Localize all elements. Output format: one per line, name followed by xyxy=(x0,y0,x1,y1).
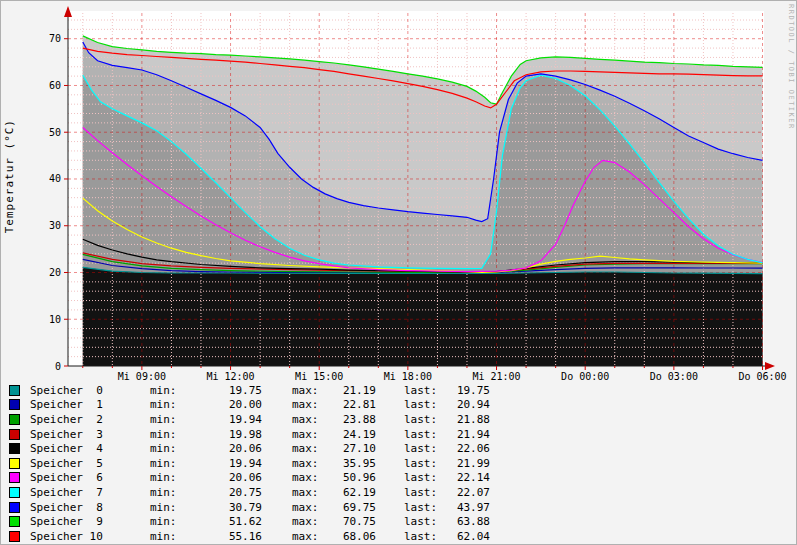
legend-row: Speicher 0min:19.75max:21.19last:19.75 xyxy=(7,383,567,398)
legend-row: Speicher 8min:30.79max:69.75last:43.97 xyxy=(7,500,567,515)
legend-min-value: 55.16 xyxy=(190,530,262,543)
legend-last-label: last: xyxy=(404,471,450,484)
legend-min-value: 20.00 xyxy=(190,398,262,411)
legend-max-label: max: xyxy=(292,471,332,484)
x-tick-label: Mi 21:00 xyxy=(472,371,520,381)
legend-min-value: 51.62 xyxy=(190,515,262,528)
y-tick-label: 10 xyxy=(49,314,61,325)
legend-swatch-icon xyxy=(9,502,20,513)
legend-swatch-icon xyxy=(9,399,20,410)
legend-max-label: max: xyxy=(292,428,332,441)
legend-min-value: 20.75 xyxy=(190,486,262,499)
legend-row: Speicher 9min:51.62max:70.75last:63.88 xyxy=(7,514,567,529)
legend-max-value: 69.75 xyxy=(332,501,376,514)
legend-series-name: Speicher 10 xyxy=(30,530,128,543)
legend-series-name: Speicher 1 xyxy=(30,398,128,411)
x-tick-label: Mi 12:00 xyxy=(206,371,254,381)
legend-swatch-icon xyxy=(9,472,20,483)
legend-max-label: max: xyxy=(292,384,332,397)
legend-min-label: min: xyxy=(150,530,190,543)
legend-min-value: 20.06 xyxy=(190,442,262,455)
legend-series-name: Speicher 9 xyxy=(30,515,128,528)
legend-last-value: 22.14 xyxy=(450,471,490,484)
rrdtool-graph: 010203040506070Mi 09:00Mi 12:00Mi 15:00M… xyxy=(0,0,797,545)
legend-min-label: min: xyxy=(150,486,190,499)
legend-max-value: 21.19 xyxy=(332,384,376,397)
legend-last-label: last: xyxy=(404,413,450,426)
legend-series-name: Speicher 2 xyxy=(30,413,128,426)
x-tick-label: Mi 09:00 xyxy=(118,371,166,381)
legend-row: Speicher 2min:19.94max:23.88last:21.88 xyxy=(7,412,567,427)
legend-last-label: last: xyxy=(404,384,450,397)
legend-min-label: min: xyxy=(150,384,190,397)
legend-last-label: last: xyxy=(404,398,450,411)
legend-min-label: min: xyxy=(150,515,190,528)
y-tick-label: 20 xyxy=(49,267,61,278)
legend-last-label: last: xyxy=(404,428,450,441)
legend-min-value: 19.94 xyxy=(190,413,262,426)
legend-last-value: 19.75 xyxy=(450,384,490,397)
legend-max-label: max: xyxy=(292,398,332,411)
legend-max-label: max: xyxy=(292,486,332,499)
legend-last-value: 21.88 xyxy=(450,413,490,426)
legend-last-label: last: xyxy=(404,442,450,455)
legend-max-label: max: xyxy=(292,515,332,528)
x-tick-label: Do 06:00 xyxy=(738,371,786,381)
legend-swatch-icon xyxy=(9,385,20,396)
legend-last-value: 63.88 xyxy=(450,515,490,528)
legend-max-value: 23.88 xyxy=(332,413,376,426)
y-tick-label: 40 xyxy=(49,173,61,184)
legend-min-value: 30.79 xyxy=(190,501,262,514)
chart-canvas: 010203040506070Mi 09:00Mi 12:00Mi 15:00M… xyxy=(1,1,797,381)
legend-max-value: 35.95 xyxy=(332,457,376,470)
legend-row: Speicher 3min:19.98max:24.19last:21.94 xyxy=(7,427,567,442)
legend-max-label: max: xyxy=(292,501,332,514)
legend-max-value: 22.81 xyxy=(332,398,376,411)
legend-row: Speicher 10min:55.16max:68.06last:62.04 xyxy=(7,529,567,544)
legend-series-name: Speicher 8 xyxy=(30,501,128,514)
legend-row: Speicher 7min:20.75max:62.19last:22.07 xyxy=(7,485,567,500)
x-tick-label: Do 03:00 xyxy=(650,371,698,381)
legend-max-value: 24.19 xyxy=(332,428,376,441)
legend-last-value: 20.94 xyxy=(450,398,490,411)
legend-min-label: min: xyxy=(150,471,190,484)
y-tick-label: 30 xyxy=(49,220,61,231)
x-axis-arrow-icon xyxy=(765,362,775,370)
legend-max-label: max: xyxy=(292,530,332,543)
legend-row: Speicher 1min:20.00max:22.81last:20.94 xyxy=(7,398,567,413)
legend-last-label: last: xyxy=(404,515,450,528)
legend-min-value: 20.06 xyxy=(190,471,262,484)
legend-series-name: Speicher 0 xyxy=(30,384,128,397)
y-tick-label: 50 xyxy=(49,127,61,138)
x-tick-label: Do 00:00 xyxy=(561,371,609,381)
legend-row: Speicher 5min:19.94max:35.95last:21.99 xyxy=(7,456,567,471)
legend-last-label: last: xyxy=(404,457,450,470)
legend-swatch-icon xyxy=(9,531,20,542)
legend-last-value: 62.04 xyxy=(450,530,490,543)
legend-swatch-icon xyxy=(9,414,20,425)
legend-swatch-icon xyxy=(9,458,20,469)
legend-min-label: min: xyxy=(150,457,190,470)
legend-max-value: 70.75 xyxy=(332,515,376,528)
chart-legend: Speicher 0min:19.75max:21.19last:19.75Sp… xyxy=(7,383,567,544)
legend-min-value: 19.94 xyxy=(190,457,262,470)
x-tick-label: Mi 15:00 xyxy=(295,371,343,381)
legend-max-label: max: xyxy=(292,413,332,426)
legend-last-value: 21.99 xyxy=(450,457,490,470)
legend-series-name: Speicher 4 xyxy=(30,442,128,455)
y-tick-label: 0 xyxy=(55,361,61,372)
legend-series-name: Speicher 7 xyxy=(30,486,128,499)
legend-last-value: 21.94 xyxy=(450,428,490,441)
legend-swatch-icon xyxy=(9,487,20,498)
y-tick-label: 60 xyxy=(49,80,61,91)
legend-row: Speicher 6min:20.06max:50.96last:22.14 xyxy=(7,471,567,486)
legend-max-label: max: xyxy=(292,457,332,470)
legend-last-value: 43.97 xyxy=(450,501,490,514)
legend-min-label: min: xyxy=(150,413,190,426)
legend-series-name: Speicher 5 xyxy=(30,457,128,470)
legend-swatch-icon xyxy=(9,516,20,527)
y-axis-title: Temperatur (°C) xyxy=(3,119,16,233)
legend-swatch-icon xyxy=(9,429,20,440)
legend-min-label: min: xyxy=(150,428,190,441)
legend-last-label: last: xyxy=(404,501,450,514)
